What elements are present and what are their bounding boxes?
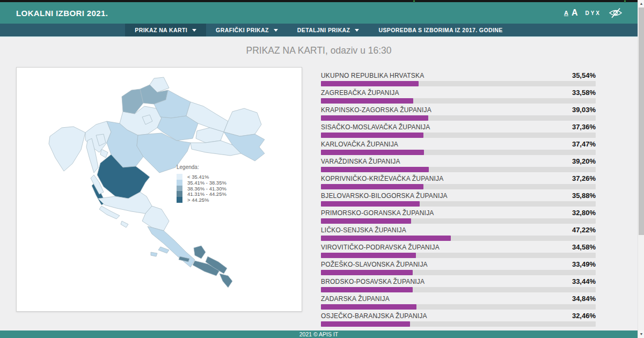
- turnout-bar-track: [321, 81, 596, 86]
- croatia-map: [17, 68, 302, 311]
- scrollbar-down-button[interactable]: ▼: [638, 330, 644, 338]
- map-county-osjecko-baranjska[interactable]: [224, 108, 261, 136]
- turnout-bar: [321, 270, 413, 275]
- legend-title: Legenda:: [177, 164, 226, 170]
- nav-item-usporedba-s-izborima-iz-2017-godine[interactable]: USPOREDBA S IZBORIMA IZ 2017. GODINE: [369, 24, 512, 36]
- dyslexia-font-button[interactable]: DYX: [585, 10, 601, 16]
- turnout-value: 35,54%: [572, 71, 596, 79]
- county-name: PRIMORSKO-GORANSKA ŽUPANIJA: [321, 209, 434, 217]
- turnout-bar: [321, 201, 420, 207]
- turnout-value: 37,36%: [572, 123, 596, 131]
- county-name: KOPRIVNIČKO-KRIŽEVAČKA ŽUPANIJA: [321, 175, 443, 182]
- chevron-down-icon: [274, 29, 278, 32]
- county-name: SISAČKO-MOSLAVAČKA ŽUPANIJA: [321, 123, 430, 131]
- turnout-bar: [321, 321, 410, 327]
- result-row: BJELOVARSKO-BILOGORSKA ŽUPANIJA35,88%: [321, 192, 596, 209]
- map-county-dubrovacko-neretvanska[interactable]: [194, 246, 206, 259]
- turnout-bar: [321, 304, 416, 310]
- county-name: KRAPINSKO-ZAGORSKA ŽUPANIJA: [321, 106, 431, 114]
- turnout-bar-track: [321, 167, 596, 172]
- result-row-head: OSJEČKO-BARANJSKA ŽUPANIJA32,46%: [321, 312, 596, 321]
- map-island-brac[interactable]: [158, 247, 169, 253]
- result-row-head: PRIMORSKO-GORANSKA ŽUPANIJA32,80%: [321, 209, 596, 218]
- turnout-bar-track: [321, 201, 596, 207]
- turnout-bar-track: [321, 115, 596, 121]
- nav-item-label: GRAFIČKI PRIKAZ: [216, 27, 269, 33]
- turnout-value: 32,80%: [572, 209, 596, 217]
- turnout-value: 37,47%: [572, 140, 596, 148]
- legend-item: < 35.41%: [177, 174, 226, 180]
- turnout-value: 32,46%: [572, 312, 596, 320]
- county-name: VIROVITIČKO-PODRAVSKA ŽUPANIJA: [321, 244, 440, 251]
- legend-label: 38.36% - 41.30%: [182, 186, 226, 192]
- turnout-value: 39,20%: [572, 157, 596, 165]
- page: LOKALNI IZBORI 2021. A A DYX PRIKAZ NA K…: [0, 0, 644, 338]
- turnout-bar-track: [321, 287, 596, 292]
- turnout-bar: [321, 81, 419, 86]
- turnout-value: 33,44%: [572, 277, 596, 285]
- main-nav: PRIKAZ NA KARTIGRAFIČKI PRIKAZDETALJNI P…: [0, 24, 638, 38]
- legend-item: 38.36% - 41.30%: [177, 186, 226, 192]
- legend-swatch: [177, 191, 182, 197]
- map-county-istarska[interactable]: [49, 127, 85, 171]
- turnout-bar: [321, 218, 411, 224]
- nav-item-grafi-ki-prikaz[interactable]: GRAFIČKI PRIKAZ: [206, 24, 288, 36]
- nav-item-detaljni-prikaz[interactable]: DETALJNI PRIKAZ: [288, 24, 369, 36]
- result-row-head: SISAČKO-MOSLAVAČKA ŽUPANIJA37,36%: [321, 123, 596, 133]
- result-row: SISAČKO-MOSLAVAČKA ŽUPANIJA37,36%: [321, 123, 596, 140]
- scrollbar-thumb[interactable]: [639, 8, 644, 235]
- result-row: KARLOVAČKA ŽUPANIJA37,47%: [321, 140, 596, 157]
- map-island-kornati[interactable]: [121, 221, 128, 227]
- turnout-bar: [321, 184, 423, 189]
- turnout-value: 47,22%: [572, 226, 596, 234]
- turnout-value: 33,49%: [572, 260, 596, 268]
- map-island-rab[interactable]: [100, 149, 108, 158]
- turnout-value: 35,88%: [572, 192, 596, 200]
- result-row: PRIMORSKO-GORANSKA ŽUPANIJA32,80%: [321, 209, 596, 226]
- result-row-head: LIČKO-SENJSKA ŽUPANIJA47,22%: [321, 226, 596, 236]
- nav-item-label: DETALJNI PRIKAZ: [297, 27, 350, 33]
- nav-item-label: USPOREDBA S IZBORIMA IZ 2017. GODINE: [378, 27, 502, 33]
- turnout-bar: [321, 167, 429, 172]
- turnout-bar-track: [321, 321, 596, 327]
- turnout-bar-track: [321, 304, 596, 310]
- legend-label: 35.41% - 38.35%: [182, 180, 226, 186]
- nav-item-prikaz-na-karti[interactable]: PRIKAZ NA KARTI: [125, 24, 206, 36]
- font-size-large-button[interactable]: A: [572, 8, 578, 18]
- result-row-head: KOPRIVNIČKO-KRIŽEVAČKA ŽUPANIJA37,26%: [321, 174, 596, 184]
- turnout-bar: [321, 133, 423, 138]
- legend-label: > 44.25%: [182, 197, 209, 203]
- turnout-bar-track: [321, 133, 596, 138]
- font-size-small-button[interactable]: A: [564, 10, 568, 16]
- result-row: OSJEČKO-BARANJSKA ŽUPANIJA32,46%: [321, 312, 596, 329]
- result-row-head: BRODSKO-POSAVSKA ŽUPANIJA33,44%: [321, 277, 596, 287]
- county-name: KARLOVAČKA ŽUPANIJA: [321, 141, 398, 148]
- app-title: LOKALNI IZBORI 2021.: [16, 9, 108, 18]
- page-title: PRIKAZ NA KARTI, odaziv u 16:30: [0, 45, 638, 56]
- nav-item-label: PRIKAZ NA KARTI: [135, 27, 187, 33]
- map-island-vis[interactable]: [151, 252, 157, 256]
- map-county-dubrovacko-neretvanska[interactable]: [219, 274, 232, 288]
- result-row: VARAŽDINSKA ŽUPANIJA39,20%: [321, 157, 596, 174]
- page-scrollbar[interactable]: ▲ ▼: [638, 0, 644, 338]
- result-row-head: UKUPNO REPUBLIKA HRVATSKA35,54%: [321, 71, 596, 81]
- indicator-dot: [413, 1, 415, 2]
- result-row-head: KARLOVAČKA ŽUPANIJA37,47%: [321, 140, 596, 150]
- turnout-value: 34,58%: [572, 243, 596, 251]
- turnout-bar-track: [321, 218, 596, 224]
- legend-swatch: [177, 197, 182, 203]
- turnout-bar: [321, 236, 451, 241]
- scrollbar-up-button[interactable]: ▲: [638, 0, 644, 8]
- result-row-head: BJELOVARSKO-BILOGORSKA ŽUPANIJA35,88%: [321, 192, 596, 201]
- result-row: KRAPINSKO-ZAGORSKA ŽUPANIJA39,03%: [321, 106, 596, 123]
- turnout-value: 39,03%: [572, 106, 596, 114]
- legend-items: < 35.41%35.41% - 38.35%38.36% - 41.30%41…: [177, 174, 226, 203]
- result-row-head: POŽEŠKO-SLAVONSKA ŽUPANIJA33,49%: [321, 260, 596, 270]
- turnout-bar-track: [321, 270, 596, 275]
- result-row: UKUPNO REPUBLIKA HRVATSKA35,54%: [321, 71, 596, 89]
- turnout-bar-track: [321, 236, 596, 241]
- turnout-bar-track: [321, 184, 596, 189]
- county-name: OSJEČKO-BARANJSKA ŽUPANIJA: [321, 312, 427, 320]
- eye-slash-icon[interactable]: [609, 8, 623, 18]
- legend-swatch: [177, 186, 182, 192]
